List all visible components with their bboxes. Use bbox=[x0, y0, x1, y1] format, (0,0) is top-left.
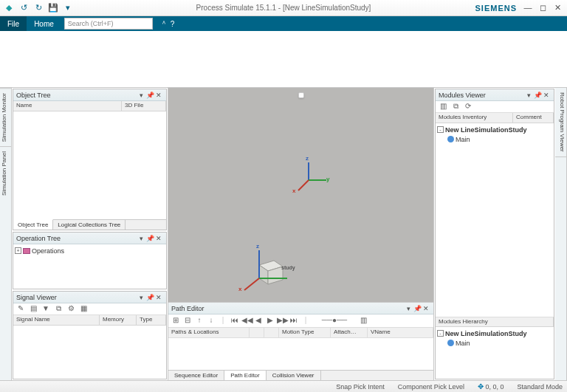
tab-object-tree[interactable]: Object Tree bbox=[13, 219, 53, 230]
panel-pin-icon[interactable]: 📌 bbox=[533, 92, 542, 99]
qat-more-icon[interactable]: ▾ bbox=[62, 2, 74, 14]
panel-close-icon[interactable]: ✕ bbox=[542, 92, 551, 99]
col-3dfile[interactable]: 3D File bbox=[122, 101, 166, 111]
quick-access-toolbar: ◆ ↺ ↻ 💾 ▾ bbox=[3, 2, 74, 14]
tab-home[interactable]: Home bbox=[27, 16, 61, 31]
status-pick[interactable]: Component Pick Level bbox=[398, 383, 464, 391]
status-snap[interactable]: Snap Pick Intent bbox=[336, 383, 385, 391]
collapse-ribbon-icon[interactable]: ＾ bbox=[160, 18, 168, 29]
tab-collision-viewer[interactable]: Collision Viewer bbox=[267, 371, 321, 380]
pe-first-icon[interactable]: ⏮ bbox=[230, 316, 240, 326]
module-icon bbox=[447, 340, 454, 346]
search-input[interactable]: Search (Ctrl+F) bbox=[64, 18, 153, 30]
operation-tree[interactable]: + Operations bbox=[13, 244, 166, 289]
tree-row-main[interactable]: Main bbox=[437, 134, 552, 144]
modules-toolbar: ▥ ⧉ ⟳ bbox=[436, 101, 554, 113]
panel-dropdown-icon[interactable]: ▾ bbox=[137, 235, 145, 242]
panel-dropdown-icon[interactable]: ▾ bbox=[404, 305, 413, 312]
panel-close-icon[interactable]: ✕ bbox=[422, 305, 430, 312]
window-controls: — ◻ ✕ bbox=[521, 3, 564, 13]
tab-sequence-editor[interactable]: Sequence Editor bbox=[168, 371, 224, 380]
tab-path-editor[interactable]: Path Editor bbox=[224, 371, 267, 380]
operations-icon bbox=[23, 248, 30, 254]
collapse-icon[interactable]: - bbox=[437, 330, 444, 337]
tree-row-study-h[interactable]: - New LineSimulationStudy bbox=[437, 329, 552, 338]
scene-object-cube[interactable]: z study x bbox=[238, 243, 298, 296]
sidetab-simulation-monitor[interactable]: Simulation Monitor bbox=[0, 88, 11, 146]
panel-dropdown-icon[interactable]: ▾ bbox=[137, 92, 145, 99]
signal-toolbar: ✎ ▤ ▼ ⧉ ⚙ ▦ bbox=[13, 303, 166, 315]
app-icon[interactable]: ◆ bbox=[3, 2, 15, 14]
tree-row-study[interactable]: - New LineSimulationStudy bbox=[437, 125, 552, 134]
modules-inventory-tree[interactable]: - New LineSimulationStudy Main bbox=[436, 123, 554, 317]
panel-close-icon[interactable]: ✕ bbox=[154, 294, 163, 301]
pe-prev-icon[interactable]: ◀◀ bbox=[241, 316, 252, 326]
pe-del-icon[interactable]: ⊟ bbox=[182, 316, 193, 326]
pe-col-motion[interactable]: Motion Type bbox=[279, 328, 331, 337]
pe-slider[interactable]: ──●── bbox=[312, 316, 357, 326]
pe-dn-icon[interactable]: ↓ bbox=[206, 316, 216, 326]
panel-pin-icon[interactable]: 📌 bbox=[413, 305, 422, 312]
qat-redo-icon[interactable]: ↻ bbox=[32, 2, 44, 14]
path-editor-title: Path Editor bbox=[171, 305, 404, 312]
pe-cols-icon[interactable]: ▥ bbox=[358, 316, 368, 326]
modules-hierarchy-tree[interactable]: - New LineSimulationStudy Main bbox=[436, 327, 554, 379]
pe-add-icon[interactable]: ⊞ bbox=[171, 316, 181, 326]
panel-close-icon[interactable]: ✕ bbox=[154, 92, 163, 99]
object-tree-title: Object Tree bbox=[16, 92, 137, 99]
pe-up-icon[interactable]: ↑ bbox=[194, 316, 205, 326]
sig-btn-4[interactable]: ⧉ bbox=[53, 304, 63, 314]
minimize-button[interactable]: — bbox=[521, 3, 535, 13]
panel-close-icon[interactable]: ✕ bbox=[154, 235, 163, 242]
panel-dropdown-icon[interactable]: ▾ bbox=[524, 92, 533, 99]
pe-last-icon[interactable]: ⏭ bbox=[289, 316, 299, 326]
3d-viewport[interactable]: z y x z study x bbox=[168, 88, 433, 302]
panel-pin-icon[interactable]: 📌 bbox=[145, 92, 154, 99]
tree-row-operations[interactable]: + Operations bbox=[15, 246, 165, 255]
sig-btn-6[interactable]: ▦ bbox=[78, 304, 89, 314]
mv-btn-3[interactable]: ⟳ bbox=[463, 102, 473, 112]
pe-col-paths[interactable]: Paths & Locations bbox=[168, 328, 250, 337]
path-editor-toolbar: ⊞ ⊟ ↑ ↓ | ⏮ ◀◀ ◀ ▶ ▶▶ ⏭ | ──●── ▥ bbox=[168, 314, 433, 328]
collapse-icon[interactable]: - bbox=[437, 126, 444, 133]
qat-save-icon[interactable]: 💾 bbox=[47, 2, 59, 14]
mv-btn-1[interactable]: ▥ bbox=[438, 102, 448, 112]
pe-play-icon[interactable]: ▶ bbox=[265, 316, 275, 326]
qat-undo-icon[interactable]: ↺ bbox=[18, 2, 30, 14]
expand-icon[interactable]: + bbox=[15, 247, 21, 254]
pe-col-1[interactable] bbox=[250, 328, 264, 337]
pe-col-vname[interactable]: VName bbox=[368, 328, 433, 337]
col-memory[interactable]: Memory bbox=[100, 315, 137, 325]
tree-label: Main bbox=[456, 136, 470, 143]
col-comment[interactable]: Comment bbox=[513, 113, 554, 123]
sig-btn-5[interactable]: ⚙ bbox=[66, 304, 76, 314]
col-type[interactable]: Type bbox=[137, 315, 166, 325]
pe-col-2[interactable] bbox=[264, 328, 279, 337]
panel-pin-icon[interactable]: 📌 bbox=[145, 294, 154, 301]
sig-btn-3[interactable]: ▼ bbox=[41, 304, 51, 314]
tree-row-main-h[interactable]: Main bbox=[437, 338, 552, 348]
status-mode[interactable]: Standard Mode bbox=[517, 383, 563, 391]
tab-logical-collections[interactable]: Logical Collections Tree bbox=[53, 220, 126, 230]
pe-back-icon[interactable]: ◀ bbox=[253, 316, 264, 326]
col-name[interactable]: Name bbox=[13, 101, 122, 111]
panel-pin-icon[interactable]: 📌 bbox=[145, 235, 154, 242]
panel-dropdown-icon[interactable]: ▾ bbox=[137, 294, 145, 301]
sig-btn-2[interactable]: ▤ bbox=[28, 304, 38, 314]
close-button[interactable]: ✕ bbox=[551, 3, 564, 13]
sig-btn-1[interactable]: ✎ bbox=[16, 304, 26, 314]
sidetab-simulation-panel[interactable]: Simulation Panel bbox=[0, 146, 11, 200]
col-inventory[interactable]: Modules Inventory bbox=[436, 113, 513, 123]
pe-fwd-icon[interactable]: ▶▶ bbox=[277, 316, 287, 326]
mv-btn-2[interactable]: ⧉ bbox=[450, 102, 461, 112]
maximize-button[interactable]: ◻ bbox=[536, 3, 549, 13]
sidetab-robot-program-viewer[interactable]: Robot Program Viewer bbox=[555, 88, 566, 157]
pe-col-attach[interactable]: Attach… bbox=[331, 328, 368, 337]
left-column: Object Tree ▾ 📌 ✕ Name 3D File Object Tr… bbox=[12, 88, 168, 380]
tab-file[interactable]: File bbox=[0, 16, 27, 31]
help-icon[interactable]: ? bbox=[171, 20, 175, 28]
object-tree[interactable] bbox=[13, 111, 166, 219]
signal-list[interactable] bbox=[13, 326, 166, 379]
tree-label: Operations bbox=[32, 247, 64, 255]
col-signal-name[interactable]: Signal Name bbox=[13, 315, 100, 325]
